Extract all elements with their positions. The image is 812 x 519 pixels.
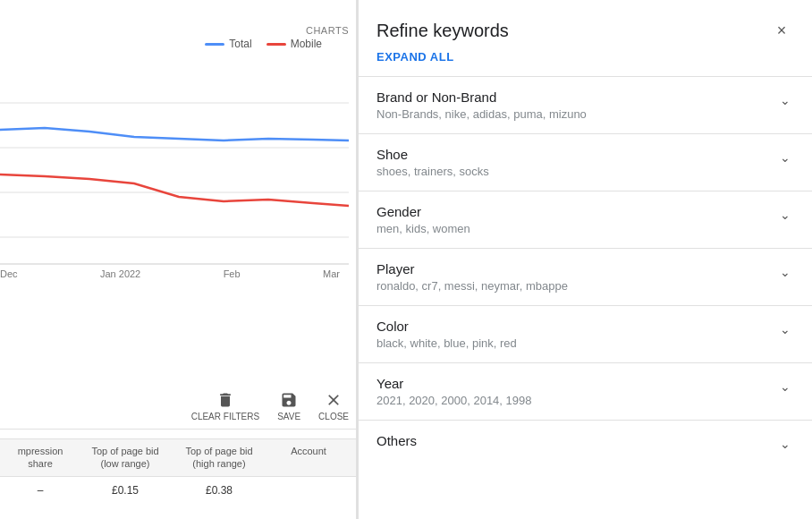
chart-svg (0, 58, 349, 282)
mobile-label: Mobile (291, 38, 322, 50)
legend-mobile: Mobile (266, 38, 322, 50)
filter-color-values: black, white, blue, pink, red (376, 336, 776, 350)
close-label: CLOSE (318, 412, 349, 421)
filter-color-left: Color black, white, blue, pink, red (376, 319, 776, 350)
filter-player-name: Player (376, 261, 776, 277)
chevron-down-icon: ⌄ (776, 206, 794, 224)
filter-player-left: Player ronaldo, cr7, messi, neymar, mbap… (376, 261, 776, 293)
filter-year-name: Year (376, 376, 776, 391)
xaxis-mar: Mar (323, 268, 340, 279)
panel-title: Refine keywords (376, 21, 509, 41)
panel-header: Refine keywords × (359, 0, 812, 50)
filter-player[interactable]: Player ronaldo, cr7, messi, neymar, mbap… (359, 248, 812, 305)
xaxis-feb: Feb (224, 268, 241, 279)
filter-others[interactable]: Others ⌄ (359, 420, 812, 465)
filter-others-left: Others (376, 433, 776, 451)
chevron-down-icon: ⌄ (776, 149, 794, 166)
filter-shoe-name: Shoe (376, 147, 776, 162)
clear-filters-button[interactable]: CLEAR FILTERS (191, 391, 260, 421)
col-account-header: Account (268, 439, 349, 476)
cell-account (268, 477, 349, 504)
panel-close-button[interactable]: × (769, 18, 794, 43)
chart-area: CHARTS Total Mobile Dec Jan 2022 Feb Mar (0, 0, 358, 519)
filter-player-values: ronaldo, cr7, messi, neymar, mbappe (376, 279, 776, 293)
mobile-line (266, 43, 286, 46)
chevron-down-icon: ⌄ (776, 378, 794, 396)
filter-color[interactable]: Color black, white, blue, pink, red ⌄ (359, 305, 812, 362)
chart-legend: Total Mobile (205, 38, 322, 50)
filter-brand[interactable]: Brand or Non-Brand Non-Brands, nike, adi… (359, 76, 812, 133)
expand-all-button[interactable]: EXPAND ALL (359, 50, 812, 76)
filter-gender-left: Gender men, kids, women (376, 204, 776, 235)
chevron-down-icon: ⌄ (776, 263, 794, 281)
refine-keywords-panel: Refine keywords × EXPAND ALL Brand or No… (358, 0, 812, 519)
cell-high: £0.38 (170, 477, 268, 504)
data-table: mpression share Top of page bid (low ran… (0, 438, 358, 519)
chevron-down-icon: ⌄ (776, 320, 794, 338)
table-header: mpression share Top of page bid (low ran… (0, 439, 358, 477)
filter-gender[interactable]: Gender men, kids, women ⌄ (359, 191, 812, 248)
table-row: – £0.15 £0.38 (0, 477, 358, 504)
save-button[interactable]: SAVE (277, 391, 300, 421)
cell-low: £0.15 (80, 477, 170, 504)
filter-gender-values: men, kids, women (376, 222, 776, 235)
filter-brand-left: Brand or Non-Brand Non-Brands, nike, adi… (376, 89, 776, 121)
total-line (205, 43, 224, 46)
clear-filters-label: CLEAR FILTERS (191, 412, 260, 421)
filter-brand-values: Non-Brands, nike, adidas, puma, mizuno (376, 107, 776, 121)
filter-color-name: Color (376, 319, 776, 334)
filter-year-left: Year 2021, 2020, 2000, 2014, 1998 (376, 376, 776, 407)
filter-shoe[interactable]: Shoe shoes, trainers, socks ⌄ (359, 133, 812, 191)
filter-year[interactable]: Year 2021, 2020, 2000, 2014, 1998 ⌄ (359, 362, 812, 420)
filter-gender-name: Gender (376, 204, 776, 219)
filter-others-name: Others (376, 433, 776, 448)
filter-brand-name: Brand or Non-Brand (376, 89, 776, 105)
chart-xaxis: Dec Jan 2022 Feb Mar (0, 268, 349, 279)
col-impression-header: mpression share (0, 439, 80, 476)
filter-shoe-left: Shoe shoes, trainers, socks (376, 147, 776, 178)
xaxis-jan: Jan 2022 (100, 268, 140, 279)
filter-shoe-values: shoes, trainers, socks (376, 165, 776, 178)
col-low-header: Top of page bid (low range) (80, 439, 170, 476)
toolbar-row: CLEAR FILTERS SAVE CLOSE (0, 391, 358, 430)
chevron-down-icon: ⌄ (776, 435, 794, 453)
chevron-down-icon: ⌄ (776, 91, 794, 109)
charts-label: CHARTS (306, 25, 349, 36)
xaxis-dec: Dec (0, 268, 18, 279)
total-label: Total (229, 38, 251, 50)
filter-year-values: 2021, 2020, 2000, 2014, 1998 (376, 394, 776, 407)
close-toolbar-button[interactable]: CLOSE (318, 391, 349, 421)
filters-list: Brand or Non-Brand Non-Brands, nike, adi… (359, 76, 812, 465)
cell-impression: – (0, 477, 80, 504)
col-high-header: Top of page bid (high range) (170, 439, 268, 476)
save-label: SAVE (277, 412, 300, 421)
legend-total: Total (205, 38, 251, 50)
